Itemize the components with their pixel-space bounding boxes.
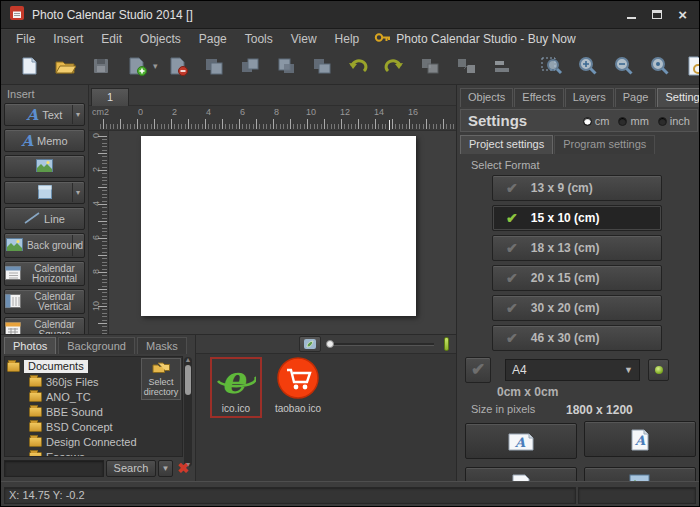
insert-text-button[interactable]: A Text ▾ [4,103,85,126]
tree-root-label: Documents [24,360,88,373]
paper-size-dropdown[interactable]: A4 ▼ [505,359,640,381]
menu-file[interactable]: File [7,31,44,47]
tab-page[interactable]: Page [615,88,657,107]
check-icon: ✔ [506,240,518,256]
document-page[interactable] [141,136,416,316]
custom-format-check-button[interactable]: ✔ [465,357,491,383]
save-image-button[interactable] [584,467,696,481]
tab-photos[interactable]: Photos [4,337,56,354]
tree-item[interactable]: BBE Sound [7,404,182,419]
print-button[interactable] [465,467,577,481]
thumbnail-taobao[interactable]: taobao.ico [272,357,324,414]
zoom-100-icon[interactable] [648,54,672,78]
menu-help[interactable]: Help [326,31,369,47]
radio-cm[interactable]: cm [583,115,610,127]
radio-inch[interactable]: inch [658,115,690,127]
save-icon[interactable] [89,54,113,78]
radio-cm-label: cm [595,115,610,127]
search-options-dropdown[interactable]: ▼ [158,460,173,477]
radio-mm[interactable]: mm [618,115,648,127]
tab-objects[interactable]: Objects [460,88,513,107]
apply-paper-button[interactable] [648,359,669,381]
zoom-out-icon[interactable] [612,54,636,78]
tab-background[interactable]: Background [58,337,135,354]
cursor-position-marker [389,120,390,130]
insert-calendar-horizontal-button[interactable]: Calendar Horizontal [4,261,85,286]
panel-splitter-handle[interactable] [444,337,449,351]
search-button[interactable]: Search [106,460,156,477]
insert-calendar-vertical-button[interactable]: Calendar Vertical [4,289,85,314]
zoom-selection-icon[interactable] [540,54,564,78]
add-page-dropdown-icon[interactable]: ▾ [153,61,158,71]
pixel-size-row: Size in pixels 1800 x 1200 [471,403,693,415]
search-input[interactable] [4,460,104,477]
zoom-in-icon[interactable] [576,54,600,78]
canvas-area[interactable]: 1 cm 2 0 2 4 6 8 10 12 14 16 0 2 4 6 8 1… [89,85,456,334]
copy-page-icon[interactable] [202,54,226,78]
page-tab-1[interactable]: 1 [91,88,129,106]
menu-page[interactable]: Page [190,31,236,47]
new-document-icon[interactable] [17,54,41,78]
insert-background-button[interactable]: Back ground ▾ [4,233,85,258]
group-icon[interactable] [418,54,442,78]
menu-edit[interactable]: Edit [92,31,131,47]
format-30x20[interactable]: ✔30 x 20 (cm) [492,295,662,321]
maximize-button[interactable] [652,8,662,22]
undo-icon[interactable] [346,54,370,78]
insert-memo-button[interactable]: A Memo [4,129,85,152]
ungroup-icon[interactable] [454,54,478,78]
tree-item[interactable]: BSD Concept [7,419,182,434]
slider-thumb[interactable] [326,340,334,348]
format-20x15[interactable]: ✔20 x 15 (cm) [492,265,662,291]
folder-icon [29,422,42,432]
insert-line-button[interactable]: Line [4,207,85,230]
tab-settings[interactable]: Settings [657,88,700,107]
align-icon[interactable] [490,54,514,78]
insert-image-button[interactable] [4,155,85,178]
tab-project-settings[interactable]: Project settings [460,135,553,154]
scroll-up-icon[interactable]: ▲ [184,356,192,363]
thumbnail-size-slider[interactable] [328,343,434,346]
thumbnail-ico[interactable]: e ico.ico [210,357,262,418]
add-page-icon[interactable] [125,54,149,78]
minimize-button[interactable] [627,8,636,22]
format-18x13[interactable]: ✔18 x 13 (cm) [492,235,662,261]
clone-icon[interactable] [310,54,334,78]
text-dropdown-icon[interactable]: ▾ [72,105,83,124]
panel-tabs: Objects Effects Layers Page Settings [460,88,698,107]
format-15x10[interactable]: ✔15 x 10 (cm) [492,205,662,231]
menu-tools[interactable]: Tools [236,31,282,47]
landscape-button[interactable]: A [465,423,577,459]
tab-effects[interactable]: Effects [514,88,563,107]
tree-item-label: ANO_TC [46,391,91,403]
menu-insert[interactable]: Insert [44,31,92,47]
format-13x9[interactable]: ✔13 x 9 (cm) [492,175,662,201]
clear-search-icon[interactable]: ✖ [175,460,191,477]
preview-toggle-button[interactable] [299,336,321,352]
tab-layers[interactable]: Layers [565,88,614,107]
menu-view[interactable]: View [282,31,326,47]
select-directory-button[interactable]: Select directory [141,358,181,400]
tree-scrollbar[interactable]: ▲ ▼ [184,357,192,467]
buy-now-link[interactable]: Photo Calendar Studio - Buy Now [374,31,575,47]
page-icon [511,473,531,481]
tab-masks[interactable]: Masks [137,337,187,354]
tree-item[interactable]: Easewe [7,449,182,457]
format-46x30[interactable]: ✔46 x 30 (cm) [492,325,662,351]
shape-dropdown-icon[interactable]: ▾ [72,183,83,202]
portrait-button[interactable]: A [584,421,696,457]
tree-item[interactable]: Design Connected [7,434,182,449]
menu-objects[interactable]: Objects [131,31,190,47]
insert-shape-button[interactable]: ▾ [4,181,85,204]
tab-program-settings[interactable]: Program settings [554,135,655,154]
delete-page-icon[interactable] [166,54,190,78]
close-button[interactable]: × [678,10,687,20]
open-folder-icon[interactable] [53,54,77,78]
background-dropdown-icon[interactable]: ▾ [72,235,83,256]
scrollbar-thumb[interactable] [185,365,191,395]
orientation-row: A A [465,421,700,459]
duplicate-object-icon[interactable] [238,54,262,78]
preview-page-icon[interactable] [684,54,700,78]
paste-icon[interactable] [274,54,298,78]
redo-icon[interactable] [382,54,406,78]
